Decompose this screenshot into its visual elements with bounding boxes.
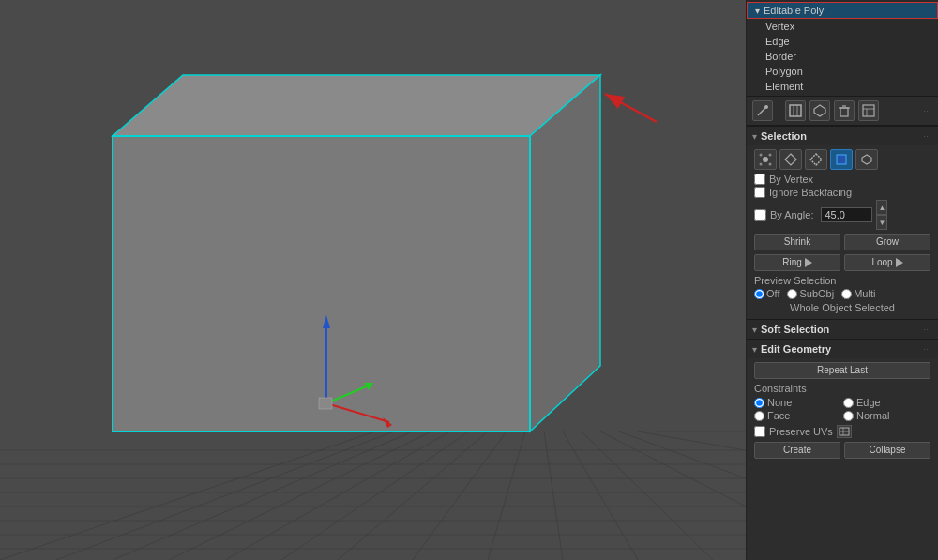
svg-marker-56 [810,154,822,165]
edit-geo-title: Edit Geometry [761,343,831,355]
edit-geometry-header[interactable]: ▾ Edit Geometry ··· [747,339,938,358]
preserve-uvs-checkbox[interactable] [754,426,765,437]
grow-btn[interactable]: Grow [844,234,930,250]
select-tool-btn[interactable] [785,100,806,121]
svg-marker-26 [113,75,600,136]
preview-multi-label: Multi [854,288,875,299]
modifier-stack: ▾ Editable Poly Vertex Edge Border Polyg… [747,0,938,97]
edit-geo-dots: ··· [923,345,932,354]
preserve-uvs-row: Preserve UVs [754,425,930,438]
svg-rect-47 [863,105,874,116]
shrink-grow-row: Shrink Grow [754,234,930,250]
cube-tool-btn[interactable] [809,100,830,121]
svg-point-54 [769,163,772,166]
angle-down-btn[interactable]: ▼ [876,215,887,230]
constraints-label: Constraints [754,383,930,394]
svg-point-39 [764,105,768,109]
ignore-backfacing-checkbox[interactable] [754,187,765,198]
editable-poly-item[interactable]: ▾ Editable Poly [747,2,938,19]
svg-marker-59 [805,258,812,267]
by-angle-label: By Angle: [770,209,813,220]
by-vertex-row: By Vertex [754,174,930,185]
sel-mode-row [754,149,930,170]
settings-tool-btn[interactable] [858,100,879,121]
soft-sel-title: Soft Selection [761,324,829,335]
svg-point-50 [763,157,768,162]
delete-tool-btn[interactable] [834,100,855,121]
svg-point-52 [769,154,772,157]
constraint-none: None [754,397,841,408]
ignore-backfacing-row: Ignore Backfacing [754,187,930,198]
preview-multi: Multi [841,288,875,299]
right-panel: ▾ Editable Poly Vertex Edge Border Polyg… [746,0,938,560]
soft-selection-header[interactable]: ▾ Soft Selection ··· [747,319,938,339]
svg-marker-60 [896,258,903,267]
svg-rect-44 [840,108,848,116]
ignore-backfacing-label: Ignore Backfacing [769,187,852,198]
constraint-edge: Edge [843,397,930,408]
sub-edge[interactable]: Edge [747,34,938,49]
sel-element-btn[interactable] [855,149,878,170]
by-angle-checkbox[interactable] [754,209,766,221]
preview-subobj-radio[interactable] [787,289,797,299]
soft-sel-triangle: ▾ [752,325,757,335]
by-angle-input[interactable] [821,207,872,222]
constraint-edge-label: Edge [856,397,881,408]
svg-marker-55 [785,154,796,165]
toolbar-sep-1 [779,102,779,119]
constraint-normal: Normal [843,410,930,421]
constraint-normal-radio[interactable] [843,411,854,421]
sub-element[interactable]: Element [747,79,938,94]
sub-border[interactable]: Border [747,49,938,64]
constraint-face-label: Face [767,410,790,421]
preserve-uvs-icon[interactable] [837,425,852,438]
svg-point-53 [760,163,763,166]
sub-polygon[interactable]: Polygon [747,64,938,79]
editable-poly-label: Editable Poly [764,5,824,16]
repeat-last-btn[interactable]: Repeat Last [754,362,930,379]
edit-geometry-content: Repeat Last Constraints None Edge Face N… [747,358,938,462]
selection-content: By Vertex Ignore Backfacing By Angle: ▲ … [747,145,938,319]
svg-marker-58 [862,155,871,164]
preview-subobj: SubObj [787,288,834,299]
collapse-btn[interactable]: Collapse [844,442,930,459]
preview-multi-radio[interactable] [841,289,852,299]
selection-dots: ··· [923,132,932,141]
loop-btn[interactable]: Loop [844,254,930,271]
pin-tool-btn[interactable] [752,100,773,121]
svg-rect-40 [790,105,801,116]
constraints-grid: None Edge Face Normal [754,397,930,421]
edit-geo-triangle: ▾ [752,344,757,355]
constraint-none-label: None [767,397,792,408]
ring-btn[interactable]: Ring [754,254,840,271]
sel-polygon-btn[interactable] [830,149,853,170]
sel-vertex-btn[interactable] [754,149,777,170]
by-vertex-checkbox[interactable] [754,174,765,185]
preview-selection-row: Preview Selection Off SubObj Multi [754,275,930,299]
preview-off-radio[interactable] [754,289,764,299]
svg-point-51 [760,154,763,157]
constraint-none-radio[interactable] [754,398,764,408]
whole-object-label: Whole Object Selected [754,302,930,313]
selection-title: Selection [761,130,807,142]
sel-border-btn[interactable] [805,149,827,170]
svg-rect-35 [319,398,332,409]
svg-rect-57 [837,155,846,164]
preview-off-label: Off [766,288,779,299]
preserve-uvs-label: Preserve UVs [769,426,833,437]
ring-loop-row: Ring Loop [754,254,930,271]
soft-sel-dots: ··· [923,325,932,334]
create-btn[interactable]: Create [754,442,840,459]
selection-section-header[interactable]: ▾ Selection ··· [747,126,938,145]
preview-off: Off [754,288,779,299]
constraint-edge-radio[interactable] [843,398,854,408]
preview-label: Preview Selection [754,275,930,286]
by-vertex-label: By Vertex [769,174,813,185]
shrink-btn[interactable]: Shrink [754,234,840,250]
sel-edge-btn[interactable] [779,149,802,170]
sub-vertex[interactable]: Vertex [747,19,938,34]
viewport[interactable] [0,0,746,560]
angle-up-btn[interactable]: ▲ [876,200,887,215]
constraint-normal-label: Normal [856,410,889,421]
constraint-face-radio[interactable] [754,411,764,421]
